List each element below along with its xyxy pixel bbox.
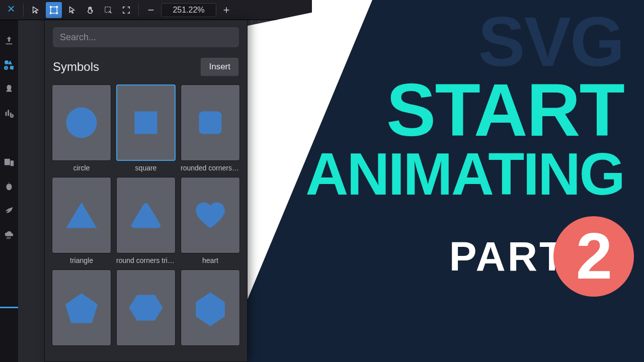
svg-rect-11 bbox=[10, 66, 14, 70]
symbol-heart[interactable] bbox=[181, 177, 240, 253]
nature-library-icon[interactable] bbox=[3, 204, 16, 217]
food-library-icon[interactable] bbox=[3, 180, 16, 193]
svg-rect-0 bbox=[51, 7, 57, 13]
symbol-rounded-square[interactable] bbox=[181, 84, 240, 161]
symbol-triangle[interactable] bbox=[52, 177, 111, 253]
search-input[interactable] bbox=[60, 32, 232, 43]
weather-library-icon[interactable] bbox=[3, 228, 16, 241]
library-panel: Symbols Insert circle square rounded cor… bbox=[44, 20, 248, 362]
search-field[interactable] bbox=[53, 27, 239, 47]
svg-rect-15 bbox=[11, 160, 14, 166]
symbol-circle[interactable] bbox=[52, 84, 111, 161]
left-rail: $ bbox=[0, 20, 18, 362]
shapes-library-icon[interactable] bbox=[3, 58, 16, 71]
zoom-out-button[interactable] bbox=[143, 2, 159, 18]
symbol-pentagon[interactable] bbox=[52, 269, 111, 346]
fit-screen-tool[interactable] bbox=[118, 2, 134, 18]
symbol-label: square bbox=[116, 164, 176, 172]
svg-rect-17 bbox=[135, 112, 157, 134]
headline-part: PART bbox=[449, 237, 567, 276]
symbol-label: round corners tria... bbox=[116, 256, 176, 264]
select-tool[interactable] bbox=[28, 2, 44, 18]
top-toolbar: × 251.22% bbox=[0, 0, 312, 20]
symbol-label: circle bbox=[52, 164, 111, 172]
zoom-selection-tool[interactable] bbox=[100, 2, 116, 18]
transform-tool[interactable] bbox=[46, 2, 62, 18]
close-button[interactable]: × bbox=[3, 2, 19, 18]
devices-library-icon[interactable] bbox=[3, 156, 16, 169]
pan-tool[interactable] bbox=[82, 2, 98, 18]
panel-title: Symbols bbox=[53, 60, 99, 74]
upload-icon[interactable] bbox=[3, 34, 16, 47]
svg-text:$: $ bbox=[11, 114, 13, 117]
headline-animating: ANIMATING bbox=[305, 146, 624, 202]
symbol-hexagon[interactable] bbox=[116, 269, 176, 346]
part-number-badge: 2 bbox=[553, 216, 634, 297]
svg-rect-18 bbox=[199, 112, 222, 134]
insert-button[interactable]: Insert bbox=[200, 57, 239, 76]
headline-start: START bbox=[305, 75, 624, 146]
svg-point-16 bbox=[66, 108, 97, 138]
symbol-extra[interactable] bbox=[181, 269, 240, 346]
svg-point-9 bbox=[5, 60, 9, 64]
symbol-label: triangle bbox=[52, 256, 111, 264]
chart-library-icon[interactable]: $ bbox=[3, 107, 16, 120]
zoom-level[interactable]: 251.22% bbox=[161, 3, 216, 17]
symbol-square[interactable] bbox=[116, 84, 176, 161]
symbol-rounded-triangle[interactable] bbox=[116, 177, 176, 253]
direct-select-tool[interactable] bbox=[64, 2, 80, 18]
zoom-in-button[interactable] bbox=[218, 2, 234, 18]
symbol-label: heart bbox=[181, 256, 240, 264]
svg-rect-14 bbox=[5, 159, 10, 165]
symbol-label: rounded corners s... bbox=[181, 164, 240, 172]
avatar-library-icon[interactable] bbox=[3, 82, 16, 96]
